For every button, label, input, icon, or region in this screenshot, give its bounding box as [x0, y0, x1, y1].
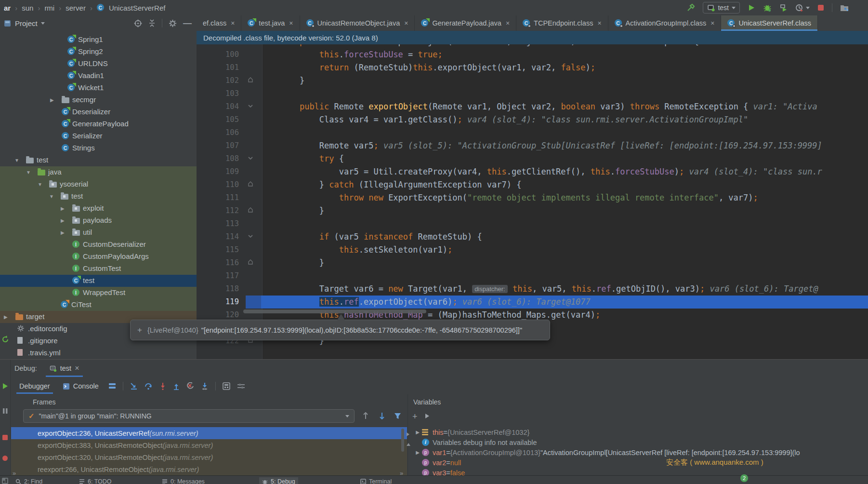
panel-divider[interactable]: [408, 394, 408, 484]
drop-frame-icon[interactable]: [186, 382, 194, 390]
collapsed-arrow-icon[interactable]: ▶: [50, 97, 54, 103]
expand-plus-icon[interactable]: +: [137, 325, 142, 335]
fold-end-icon[interactable]: [248, 207, 254, 214]
tree-item-payloads[interactable]: ▶payloads: [0, 215, 197, 227]
tree-item-java[interactable]: ▼java: [0, 166, 197, 178]
filter-funnel-icon[interactable]: [394, 413, 401, 419]
collapsed-arrow-icon[interactable]: ▶: [61, 230, 65, 235]
breadcrumb[interactable]: ar›sun›rmi›server›CUnicastServerRef: [4, 0, 165, 15]
coverage-icon[interactable]: [779, 4, 788, 12]
frames-scrollbar[interactable]: [401, 429, 404, 452]
close-icon[interactable]: ×: [710, 19, 714, 27]
collapse-all-icon[interactable]: [148, 19, 156, 27]
tree-item-secmgr[interactable]: ▶secmgr: [0, 94, 197, 106]
locate-icon[interactable]: [134, 19, 142, 27]
expanded-arrow-icon[interactable]: ▼: [38, 182, 42, 187]
variable-row[interactable]: pvar2 = null: [413, 457, 868, 468]
layout-settings-icon[interactable]: [108, 383, 116, 390]
code-line-107[interactable]: 107Remote var5; var5 (slot_5): "Activati…: [197, 139, 868, 152]
breadcrumb-item[interactable]: UnicastServerRef: [109, 4, 166, 12]
code-line-112[interactable]: 112}: [197, 204, 868, 217]
tree-item-customtest[interactable]: ICustomTest: [0, 263, 197, 275]
tree-item-ysoserial[interactable]: ▼ysoserial: [0, 178, 197, 190]
tree-item-spring1[interactable]: CSpring1: [0, 34, 197, 46]
toolwindow-button--todo[interactable]: 6: TODO: [76, 477, 115, 484]
close-icon[interactable]: ×: [289, 19, 293, 27]
fold-end-icon[interactable]: [248, 181, 254, 188]
fold-end-icon[interactable]: [248, 259, 254, 266]
tab-test-java[interactable]: Ctest.java×: [241, 15, 300, 31]
tree-item-test[interactable]: ▼test: [0, 154, 197, 166]
frame-row[interactable]: exportObject:320, UnicastRemoteObject (j…: [11, 451, 407, 463]
tree-item-generatepayload[interactable]: CGeneratePayload: [0, 118, 197, 130]
run-icon[interactable]: [748, 4, 755, 12]
tree-item-test[interactable]: Ctest: [0, 275, 197, 287]
expanded-arrow-icon[interactable]: ▼: [26, 170, 31, 175]
tab-console[interactable]: Console: [60, 379, 102, 393]
pause-icon[interactable]: [2, 408, 8, 414]
tree-item-wrappedtest[interactable]: IWrappedTest: [0, 287, 197, 299]
project-panel-header[interactable]: Project —: [0, 15, 197, 31]
breadcrumb-item[interactable]: server: [66, 4, 86, 12]
code-line-101[interactable]: 101return (RemoteStub)this.exportObject(…: [197, 61, 868, 74]
settings-sliders-icon[interactable]: [237, 383, 245, 390]
tree-item--travis-yml[interactable]: .travis.yml: [0, 347, 197, 359]
collapsed-arrow-icon[interactable]: ▶: [4, 314, 8, 320]
variable-row[interactable]: iVariables debug info not available: [413, 437, 868, 447]
profiler-icon[interactable]: [795, 3, 804, 12]
close-icon[interactable]: ×: [597, 19, 601, 27]
frame-row[interactable]: reexport:266, UnicastRemoteObject (java.…: [11, 463, 407, 475]
tree-item-strings[interactable]: CStrings: [0, 142, 197, 154]
tree-item-util[interactable]: ▶util: [0, 227, 197, 239]
step-out-icon[interactable]: [173, 382, 180, 390]
code-line-108[interactable]: 108try {: [197, 152, 868, 165]
tree-item-urldns[interactable]: CURLDNS: [0, 58, 197, 70]
code-line-103[interactable]: 103: [197, 87, 868, 100]
toolwindow-button-terminal[interactable]: Terminal: [357, 477, 395, 484]
fold-open-icon[interactable]: [248, 103, 254, 110]
chevron-down-icon[interactable]: [806, 7, 810, 9]
toolwindow-button--debug[interactable]: 5: Debug: [259, 477, 298, 484]
run-configuration-select[interactable]: test: [703, 2, 740, 13]
close-icon[interactable]: ×: [506, 19, 510, 27]
horizontal-scrollbar[interactable]: [243, 309, 426, 313]
notification-badge[interactable]: 2: [740, 474, 748, 482]
tree-item-wicket1[interactable]: CWicket1: [0, 82, 197, 94]
show-execution-point-icon[interactable]: [130, 382, 138, 390]
tab-tcpendpoint-class[interactable]: CTCPEndpoint.class×: [516, 15, 608, 31]
code-line-104[interactable]: 104public Remote exportObject(Remote var…: [197, 100, 868, 113]
step-over-icon[interactable]: [145, 382, 153, 390]
close-icon[interactable]: ×: [404, 19, 408, 27]
tool-windows-grid-icon[interactable]: [2, 478, 8, 484]
prev-frame-icon[interactable]: [362, 412, 369, 419]
splitter-right-icon[interactable]: [406, 432, 410, 437]
toolwindow-button--find[interactable]: 2: Find: [13, 477, 45, 484]
tree-item-custompayloadargs[interactable]: ICustomPayloadArgs: [0, 251, 197, 263]
tab-debugger[interactable]: Debugger: [16, 379, 53, 393]
frame-row[interactable]: exportObject:236, UnicastServerRef (sun.…: [11, 427, 407, 439]
tree-item-serializer[interactable]: CSerializer: [0, 130, 197, 142]
code-line-118[interactable]: 118Target var6 = new Target(var1, dispat…: [197, 282, 868, 296]
code-line-119[interactable]: 119this.ref.exportObject(var6); var6 (sl…: [197, 296, 868, 309]
code-line-105[interactable]: 105Class var4 = var1.getClass(); var4 (s…: [197, 113, 868, 126]
tab-ef-class[interactable]: ef.class×: [197, 15, 241, 31]
tab-unicastremoteobject-java[interactable]: CUnicastRemoteObject.java×: [300, 15, 415, 31]
expanded-arrow-icon[interactable]: ▼: [49, 194, 54, 199]
resume-icon[interactable]: [2, 383, 9, 390]
project-structure-icon[interactable]: [840, 3, 849, 12]
code-line-102[interactable]: 102}: [197, 74, 868, 87]
tree-item-spring2[interactable]: CSpring2: [0, 46, 197, 58]
tree-item-citest[interactable]: CCiTest: [0, 299, 197, 311]
close-icon[interactable]: ×: [231, 19, 235, 27]
expand-node-icon[interactable]: [425, 413, 430, 419]
stop-icon[interactable]: [2, 434, 8, 441]
thread-selector[interactable]: ✓ "main"@1 in group "main": RUNNING: [23, 409, 355, 423]
variable-row[interactable]: ▶this = {UnicastServerRef@1032}: [413, 427, 868, 437]
hide-icon[interactable]: —: [183, 18, 192, 28]
code-line-116[interactable]: 116}: [197, 256, 868, 269]
splitter-up-icon[interactable]: [406, 443, 411, 446]
code-line-114[interactable]: 114if (var5 instanceof RemoteStub) {: [197, 230, 868, 243]
code-line-100[interactable]: 100this.forceStubUse = true;: [197, 48, 868, 61]
code-line-106[interactable]: 106: [197, 126, 868, 139]
code-line-111[interactable]: 111throw new ExportException("remote obj…: [197, 191, 868, 204]
